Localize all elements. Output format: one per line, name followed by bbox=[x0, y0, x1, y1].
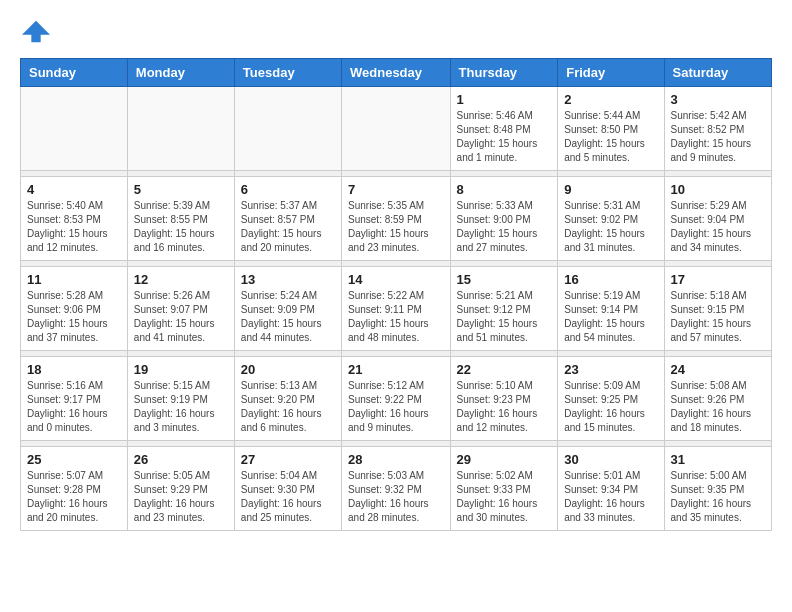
day-number: 20 bbox=[241, 362, 335, 377]
day-number: 6 bbox=[241, 182, 335, 197]
day-info: Sunrise: 5:31 AM Sunset: 9:02 PM Dayligh… bbox=[564, 199, 657, 255]
day-info: Sunrise: 5:33 AM Sunset: 9:00 PM Dayligh… bbox=[457, 199, 552, 255]
calendar-cell bbox=[342, 87, 451, 171]
calendar-cell: 28Sunrise: 5:03 AM Sunset: 9:32 PM Dayli… bbox=[342, 447, 451, 531]
weekday-header-monday: Monday bbox=[127, 59, 234, 87]
calendar-cell: 14Sunrise: 5:22 AM Sunset: 9:11 PM Dayli… bbox=[342, 267, 451, 351]
day-number: 2 bbox=[564, 92, 657, 107]
day-number: 21 bbox=[348, 362, 444, 377]
calendar-cell: 3Sunrise: 5:42 AM Sunset: 8:52 PM Daylig… bbox=[664, 87, 771, 171]
calendar-cell: 25Sunrise: 5:07 AM Sunset: 9:28 PM Dayli… bbox=[21, 447, 128, 531]
day-number: 3 bbox=[671, 92, 765, 107]
calendar-cell: 18Sunrise: 5:16 AM Sunset: 9:17 PM Dayli… bbox=[21, 357, 128, 441]
calendar-cell: 2Sunrise: 5:44 AM Sunset: 8:50 PM Daylig… bbox=[558, 87, 664, 171]
calendar-cell: 4Sunrise: 5:40 AM Sunset: 8:53 PM Daylig… bbox=[21, 177, 128, 261]
calendar-cell: 30Sunrise: 5:01 AM Sunset: 9:34 PM Dayli… bbox=[558, 447, 664, 531]
day-number: 9 bbox=[564, 182, 657, 197]
day-number: 16 bbox=[564, 272, 657, 287]
day-number: 12 bbox=[134, 272, 228, 287]
day-info: Sunrise: 5:05 AM Sunset: 9:29 PM Dayligh… bbox=[134, 469, 228, 525]
weekday-header-friday: Friday bbox=[558, 59, 664, 87]
week-row-2: 4Sunrise: 5:40 AM Sunset: 8:53 PM Daylig… bbox=[21, 177, 772, 261]
day-number: 15 bbox=[457, 272, 552, 287]
calendar-cell: 26Sunrise: 5:05 AM Sunset: 9:29 PM Dayli… bbox=[127, 447, 234, 531]
day-info: Sunrise: 5:21 AM Sunset: 9:12 PM Dayligh… bbox=[457, 289, 552, 345]
day-info: Sunrise: 5:02 AM Sunset: 9:33 PM Dayligh… bbox=[457, 469, 552, 525]
weekday-header-tuesday: Tuesday bbox=[234, 59, 341, 87]
day-info: Sunrise: 5:28 AM Sunset: 9:06 PM Dayligh… bbox=[27, 289, 121, 345]
day-number: 26 bbox=[134, 452, 228, 467]
week-row-1: 1Sunrise: 5:46 AM Sunset: 8:48 PM Daylig… bbox=[21, 87, 772, 171]
calendar-cell: 27Sunrise: 5:04 AM Sunset: 9:30 PM Dayli… bbox=[234, 447, 341, 531]
day-info: Sunrise: 5:42 AM Sunset: 8:52 PM Dayligh… bbox=[671, 109, 765, 165]
week-row-5: 25Sunrise: 5:07 AM Sunset: 9:28 PM Dayli… bbox=[21, 447, 772, 531]
day-info: Sunrise: 5:29 AM Sunset: 9:04 PM Dayligh… bbox=[671, 199, 765, 255]
day-info: Sunrise: 5:15 AM Sunset: 9:19 PM Dayligh… bbox=[134, 379, 228, 435]
day-info: Sunrise: 5:08 AM Sunset: 9:26 PM Dayligh… bbox=[671, 379, 765, 435]
day-info: Sunrise: 5:22 AM Sunset: 9:11 PM Dayligh… bbox=[348, 289, 444, 345]
calendar-cell: 24Sunrise: 5:08 AM Sunset: 9:26 PM Dayli… bbox=[664, 357, 771, 441]
day-number: 4 bbox=[27, 182, 121, 197]
day-info: Sunrise: 5:00 AM Sunset: 9:35 PM Dayligh… bbox=[671, 469, 765, 525]
calendar-cell: 21Sunrise: 5:12 AM Sunset: 9:22 PM Dayli… bbox=[342, 357, 451, 441]
day-number: 23 bbox=[564, 362, 657, 377]
day-info: Sunrise: 5:03 AM Sunset: 9:32 PM Dayligh… bbox=[348, 469, 444, 525]
calendar-table: SundayMondayTuesdayWednesdayThursdayFrid… bbox=[20, 58, 772, 531]
calendar-cell: 1Sunrise: 5:46 AM Sunset: 8:48 PM Daylig… bbox=[450, 87, 558, 171]
day-info: Sunrise: 5:10 AM Sunset: 9:23 PM Dayligh… bbox=[457, 379, 552, 435]
day-number: 1 bbox=[457, 92, 552, 107]
calendar-cell: 6Sunrise: 5:37 AM Sunset: 8:57 PM Daylig… bbox=[234, 177, 341, 261]
day-info: Sunrise: 5:37 AM Sunset: 8:57 PM Dayligh… bbox=[241, 199, 335, 255]
calendar-cell: 7Sunrise: 5:35 AM Sunset: 8:59 PM Daylig… bbox=[342, 177, 451, 261]
weekday-header-row: SundayMondayTuesdayWednesdayThursdayFrid… bbox=[21, 59, 772, 87]
day-info: Sunrise: 5:35 AM Sunset: 8:59 PM Dayligh… bbox=[348, 199, 444, 255]
calendar-cell: 19Sunrise: 5:15 AM Sunset: 9:19 PM Dayli… bbox=[127, 357, 234, 441]
day-number: 25 bbox=[27, 452, 121, 467]
day-info: Sunrise: 5:46 AM Sunset: 8:48 PM Dayligh… bbox=[457, 109, 552, 165]
calendar-cell: 10Sunrise: 5:29 AM Sunset: 9:04 PM Dayli… bbox=[664, 177, 771, 261]
calendar-cell: 20Sunrise: 5:13 AM Sunset: 9:20 PM Dayli… bbox=[234, 357, 341, 441]
weekday-header-thursday: Thursday bbox=[450, 59, 558, 87]
day-number: 31 bbox=[671, 452, 765, 467]
calendar-cell bbox=[21, 87, 128, 171]
calendar-cell: 17Sunrise: 5:18 AM Sunset: 9:15 PM Dayli… bbox=[664, 267, 771, 351]
day-info: Sunrise: 5:01 AM Sunset: 9:34 PM Dayligh… bbox=[564, 469, 657, 525]
weekday-header-saturday: Saturday bbox=[664, 59, 771, 87]
day-info: Sunrise: 5:13 AM Sunset: 9:20 PM Dayligh… bbox=[241, 379, 335, 435]
calendar-cell: 22Sunrise: 5:10 AM Sunset: 9:23 PM Dayli… bbox=[450, 357, 558, 441]
day-number: 27 bbox=[241, 452, 335, 467]
day-info: Sunrise: 5:40 AM Sunset: 8:53 PM Dayligh… bbox=[27, 199, 121, 255]
calendar-cell: 9Sunrise: 5:31 AM Sunset: 9:02 PM Daylig… bbox=[558, 177, 664, 261]
day-info: Sunrise: 5:18 AM Sunset: 9:15 PM Dayligh… bbox=[671, 289, 765, 345]
calendar-cell: 11Sunrise: 5:28 AM Sunset: 9:06 PM Dayli… bbox=[21, 267, 128, 351]
day-info: Sunrise: 5:16 AM Sunset: 9:17 PM Dayligh… bbox=[27, 379, 121, 435]
logo-icon bbox=[22, 16, 50, 44]
day-info: Sunrise: 5:04 AM Sunset: 9:30 PM Dayligh… bbox=[241, 469, 335, 525]
day-number: 28 bbox=[348, 452, 444, 467]
calendar-cell: 16Sunrise: 5:19 AM Sunset: 9:14 PM Dayli… bbox=[558, 267, 664, 351]
day-number: 8 bbox=[457, 182, 552, 197]
day-number: 11 bbox=[27, 272, 121, 287]
calendar-cell: 15Sunrise: 5:21 AM Sunset: 9:12 PM Dayli… bbox=[450, 267, 558, 351]
week-row-4: 18Sunrise: 5:16 AM Sunset: 9:17 PM Dayli… bbox=[21, 357, 772, 441]
calendar-cell bbox=[234, 87, 341, 171]
day-number: 29 bbox=[457, 452, 552, 467]
day-number: 10 bbox=[671, 182, 765, 197]
weekday-header-wednesday: Wednesday bbox=[342, 59, 451, 87]
day-number: 5 bbox=[134, 182, 228, 197]
day-info: Sunrise: 5:09 AM Sunset: 9:25 PM Dayligh… bbox=[564, 379, 657, 435]
day-number: 17 bbox=[671, 272, 765, 287]
day-number: 19 bbox=[134, 362, 228, 377]
page: SundayMondayTuesdayWednesdayThursdayFrid… bbox=[0, 0, 792, 551]
calendar-cell: 5Sunrise: 5:39 AM Sunset: 8:55 PM Daylig… bbox=[127, 177, 234, 261]
calendar-cell bbox=[127, 87, 234, 171]
day-number: 14 bbox=[348, 272, 444, 287]
svg-marker-0 bbox=[22, 21, 50, 42]
day-info: Sunrise: 5:26 AM Sunset: 9:07 PM Dayligh… bbox=[134, 289, 228, 345]
day-number: 24 bbox=[671, 362, 765, 377]
calendar-cell: 29Sunrise: 5:02 AM Sunset: 9:33 PM Dayli… bbox=[450, 447, 558, 531]
calendar-cell: 31Sunrise: 5:00 AM Sunset: 9:35 PM Dayli… bbox=[664, 447, 771, 531]
day-number: 13 bbox=[241, 272, 335, 287]
calendar-cell: 23Sunrise: 5:09 AM Sunset: 9:25 PM Dayli… bbox=[558, 357, 664, 441]
week-row-3: 11Sunrise: 5:28 AM Sunset: 9:06 PM Dayli… bbox=[21, 267, 772, 351]
